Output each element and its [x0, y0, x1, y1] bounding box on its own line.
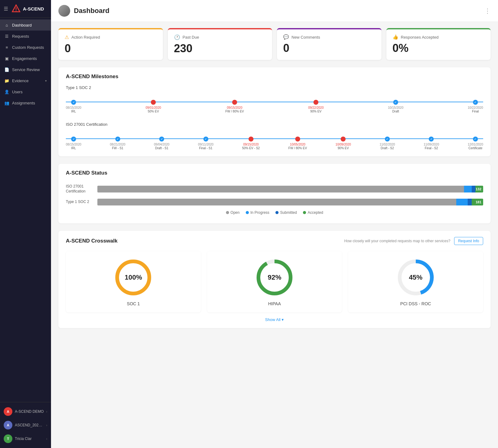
milestone-dot: ✓: [429, 137, 434, 142]
sidebar-item-label: Service Review: [12, 67, 40, 72]
milestones-title: A-SCEND Milestones: [66, 74, 483, 80]
milestone-name: 90% EV: [338, 146, 349, 150]
metric-label: Action Required: [71, 35, 100, 40]
milestone-point: ✓ 08/21/2020 FW - S1: [110, 137, 126, 150]
header-left: Dashboard: [58, 5, 109, 17]
sidebar-item-service-review[interactable]: 📄 Service Review: [0, 64, 51, 75]
check-icon: ✓: [394, 101, 397, 104]
legend-dot-submitted: [275, 211, 279, 214]
sidebar-item-custom-requests[interactable]: ≡ Custom Requests: [0, 42, 51, 53]
milestone-dot: ✓: [203, 137, 208, 142]
status-bar-count: 132: [476, 187, 481, 191]
app-logo[interactable]: ☰ A-SCEND: [0, 0, 51, 18]
crosswalk-section: A-SCEND Crosswalk How closely will your …: [58, 231, 491, 328]
status-bar-count: 181: [476, 200, 481, 204]
status-bar-submitted: [468, 199, 471, 205]
legend-dot-inprogress: [246, 211, 249, 214]
milestone-name: FW / 80% EV: [288, 146, 307, 150]
milestone-point: ✓ 10/22/2020 Final: [468, 100, 483, 113]
milestones-section: A-SCEND Milestones Type 1 SOC 2 ✓ 08/15/…: [58, 67, 491, 156]
hamburger-icon[interactable]: ☰: [4, 6, 8, 12]
milestone-date: 10/22/2020: [468, 106, 483, 109]
crosswalk-header-right: How closely will your completed requests…: [344, 237, 483, 245]
show-all-chevron-icon: ▾: [282, 317, 284, 322]
crosswalk-card-hipaa: 92% HIPAA: [207, 251, 342, 312]
milestone-name: FW / 80% EV: [225, 110, 244, 113]
milestone-point: ✓ 11/09/2020 Final - S2: [424, 137, 439, 150]
milestone-date: 08/15/2020: [66, 143, 81, 146]
milestone-dot: [249, 137, 253, 142]
sidebar-item-label: Dashboard: [12, 23, 32, 27]
milestone-name: 90% EV: [310, 110, 321, 113]
milestone-name: Final - S1: [199, 146, 212, 150]
milestone-date: 09/11/2020: [198, 143, 214, 146]
logo-icon: [12, 4, 20, 13]
check-icon: ✓: [73, 101, 75, 104]
status-row-iso27001: ISO 27001Certification 132: [66, 184, 483, 194]
metric-card-action-required: ⚠ Action Required 0: [58, 28, 163, 60]
more-options-button[interactable]: ⋮: [484, 7, 491, 15]
milestone-date: 09/22/2020: [308, 106, 324, 109]
legend-inprogress: In Progress: [246, 210, 269, 215]
check-icon: ✓: [161, 138, 163, 141]
milestone-point: ✓ 08/15/2020 IRL: [66, 100, 81, 113]
sidebar: ☰ A-SCEND ⌂ Dashboard ☰ Requests ≡ Custo…: [0, 0, 51, 448]
user-avatar-ascend-2020: A: [4, 421, 12, 429]
warning-icon: ⚠: [65, 34, 69, 40]
milestone-name: IRL: [71, 146, 76, 150]
milestone-name: IRL: [71, 110, 76, 113]
show-all-button[interactable]: Show All ▾: [265, 317, 284, 322]
metric-card-responses-accepted: 👍 Responses Accepted 0%: [386, 28, 491, 60]
status-row-type1soc2: Type 1 SOC 2 181: [66, 199, 483, 205]
milestone-point: 09/15/2020 FW / 80% EV: [225, 100, 244, 113]
sidebar-user-tricia[interactable]: T Tricia Clar ›: [0, 432, 51, 446]
sidebar-item-engagements[interactable]: ▣ Engagements: [0, 53, 51, 64]
page-title: Dashboard: [74, 7, 109, 15]
metric-card-new-comments: 💬 New Comments 0: [277, 28, 381, 60]
legend-submitted: Submitted: [275, 210, 297, 215]
milestone-point: ✓ 08/15/2020 IRL: [66, 137, 81, 150]
metric-card-header: 👍 Responses Accepted: [393, 34, 485, 40]
milestone-date: 08/15/2020: [66, 106, 81, 109]
crosswalk-card-name-hipaa: HIPAA: [268, 301, 281, 306]
milestone-point: ✓ 11/02/2020 Draft - S2: [380, 137, 395, 150]
show-all: Show All ▾: [66, 317, 483, 322]
user-chevron-icon-3: ›: [46, 437, 47, 441]
sidebar-item-requests[interactable]: ☰ Requests: [0, 31, 51, 42]
check-icon: ✓: [474, 101, 476, 104]
thumbs-up-icon: 👍: [393, 34, 398, 40]
status-bar-submitted: [472, 186, 475, 192]
milestone-dot: ✓: [473, 137, 478, 142]
status-row-label: ISO 27001Certification: [66, 184, 94, 194]
donut-pci: 45%: [396, 257, 436, 298]
milestone-date: 11/09/2020: [424, 143, 439, 146]
sidebar-item-dashboard[interactable]: ⌂ Dashboard: [0, 19, 51, 31]
user-name-ascend-2020: ASCEND_2020_TY...: [15, 423, 44, 427]
check-icon: ✓: [430, 138, 432, 141]
milestone-dot: ✓: [385, 137, 390, 142]
assignments-icon: 👥: [4, 100, 9, 105]
sidebar-user-ascend-demo[interactable]: A A-SCEND DEMO ›: [0, 405, 51, 418]
sidebar-item-evidence[interactable]: 📁 Evidence ▾: [0, 75, 51, 86]
main-content: Dashboard ⋮ ⚠ Action Required 0 🕐 Past D…: [51, 0, 498, 448]
status-bar-track: 132: [97, 186, 483, 192]
sidebar-item-label: Requests: [12, 34, 29, 39]
sidebar-user-ascend-2020[interactable]: A ASCEND_2020_TY... ›: [0, 418, 51, 432]
sidebar-item-users[interactable]: 👤 Users: [0, 86, 51, 97]
crosswalk-cards: 100% SOC 1 92% HIPAA: [66, 251, 483, 312]
user-chevron-icon-2: ›: [46, 423, 47, 427]
metric-label: Responses Accepted: [401, 35, 439, 40]
user-name-tricia: Tricia Clar: [15, 437, 44, 441]
crosswalk-card-pci: 45% PCI DSS - ROC: [348, 251, 483, 312]
metric-value: 0%: [393, 42, 485, 55]
milestone-point: 09/15/2020 50% EV - S2: [242, 137, 260, 150]
crosswalk-card-soc1: 100% SOC 1: [66, 251, 201, 312]
request-info-button[interactable]: Request Info: [454, 237, 483, 245]
milestone-date: 09/04/2020: [154, 143, 169, 146]
milestone-point: ✓ 09/04/2020 Draft - S1: [154, 137, 169, 150]
legend-accepted: Accepted: [303, 210, 323, 215]
check-icon: ✓: [73, 138, 75, 141]
sidebar-item-assignments[interactable]: 👥 Assignments: [0, 97, 51, 108]
milestone-dot: ✓: [115, 137, 120, 142]
status-row-label: Type 1 SOC 2: [66, 200, 94, 205]
